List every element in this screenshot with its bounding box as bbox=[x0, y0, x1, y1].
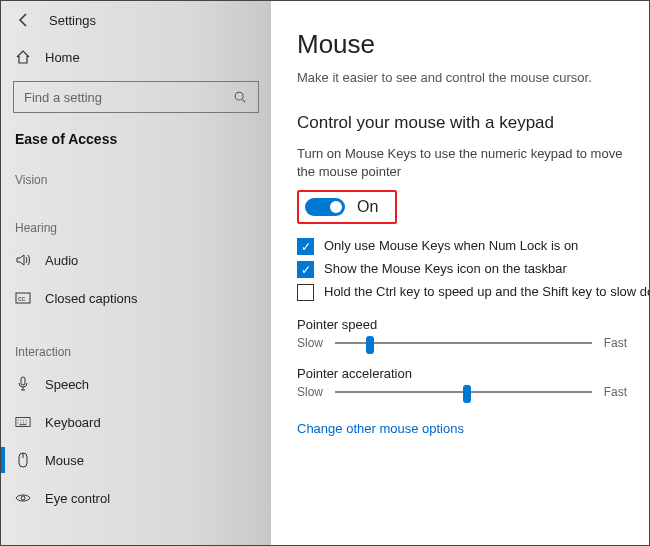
group-interaction: Interaction bbox=[1, 335, 271, 365]
toggle-state-label: On bbox=[357, 198, 378, 216]
group-hearing: Hearing bbox=[1, 211, 271, 241]
svg-point-0 bbox=[235, 92, 243, 100]
sidebar-item-eye-control[interactable]: Eye control bbox=[1, 479, 271, 517]
checkbox-label: Only use Mouse Keys when Num Lock is on bbox=[324, 238, 578, 253]
current-section: Ease of Access bbox=[1, 123, 271, 163]
sidebar-item-mouse[interactable]: Mouse bbox=[1, 441, 271, 479]
checkbox-numlock[interactable]: ✓ bbox=[297, 238, 314, 255]
back-button[interactable] bbox=[15, 11, 33, 29]
section-description: Turn on Mouse Keys to use the numeric ke… bbox=[297, 145, 627, 180]
sidebar-item-audio[interactable]: Audio bbox=[1, 241, 271, 279]
svg-rect-4 bbox=[16, 418, 30, 427]
sidebar: Settings Home Find a setting Ease of Acc… bbox=[1, 1, 271, 545]
sidebar-item-label: Keyboard bbox=[45, 415, 101, 430]
sidebar-item-label: Eye control bbox=[45, 491, 110, 506]
cc-icon: cc bbox=[15, 290, 31, 306]
slider-min-label: Slow bbox=[297, 385, 323, 399]
page-title: Mouse bbox=[297, 29, 627, 60]
pointer-speed-slider[interactable] bbox=[335, 342, 592, 344]
sidebar-item-closed-captions[interactable]: cc Closed captions bbox=[1, 279, 271, 317]
slider-knob[interactable] bbox=[463, 385, 471, 403]
keyboard-icon bbox=[15, 414, 31, 430]
search-icon bbox=[232, 89, 248, 105]
page-subtitle: Make it easier to see and control the mo… bbox=[297, 70, 627, 85]
sidebar-item-speech[interactable]: Speech bbox=[1, 365, 271, 403]
slider-min-label: Slow bbox=[297, 336, 323, 350]
search-placeholder: Find a setting bbox=[24, 90, 102, 105]
mouse-icon bbox=[15, 452, 31, 468]
sidebar-item-label: Audio bbox=[45, 253, 78, 268]
slider-max-label: Fast bbox=[604, 336, 627, 350]
search-input[interactable]: Find a setting bbox=[13, 81, 259, 113]
mouse-keys-toggle[interactable] bbox=[305, 198, 345, 216]
group-vision: Vision bbox=[1, 163, 271, 193]
window-title: Settings bbox=[49, 13, 96, 28]
home-icon bbox=[15, 49, 31, 65]
speaker-icon bbox=[15, 252, 31, 268]
sidebar-item-label: Closed captions bbox=[45, 291, 138, 306]
svg-point-6 bbox=[21, 496, 25, 500]
pointer-speed-label: Pointer speed bbox=[297, 317, 627, 332]
checkbox-taskbar-icon[interactable]: ✓ bbox=[297, 261, 314, 278]
change-mouse-options-link[interactable]: Change other mouse options bbox=[297, 421, 464, 436]
sidebar-item-label: Mouse bbox=[45, 453, 84, 468]
pointer-accel-label: Pointer acceleration bbox=[297, 366, 627, 381]
sidebar-home[interactable]: Home bbox=[1, 39, 271, 75]
mouse-keys-toggle-highlight: On bbox=[297, 190, 397, 224]
checkbox-label: Hold the Ctrl key to speed up and the Sh… bbox=[324, 284, 649, 299]
slider-max-label: Fast bbox=[604, 385, 627, 399]
mic-icon bbox=[15, 376, 31, 392]
svg-text:cc: cc bbox=[18, 295, 26, 302]
main-content: Mouse Make it easier to see and control … bbox=[271, 1, 649, 545]
svg-rect-3 bbox=[21, 377, 25, 385]
checkbox-ctrl-shift[interactable] bbox=[297, 284, 314, 301]
slider-knob[interactable] bbox=[366, 336, 374, 354]
section-title: Control your mouse with a keypad bbox=[297, 113, 627, 133]
sidebar-item-keyboard[interactable]: Keyboard bbox=[1, 403, 271, 441]
eye-icon bbox=[15, 490, 31, 506]
sidebar-home-label: Home bbox=[45, 50, 80, 65]
pointer-accel-slider[interactable] bbox=[335, 391, 592, 393]
checkbox-label: Show the Mouse Keys icon on the taskbar bbox=[324, 261, 567, 276]
sidebar-item-label: Speech bbox=[45, 377, 89, 392]
